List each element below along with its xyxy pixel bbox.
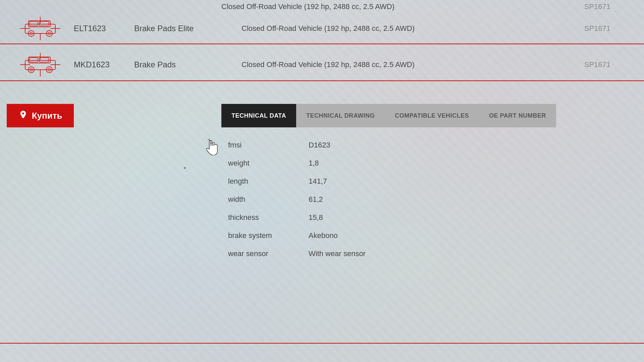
tech-row-weight: weight 1,8 [228, 159, 366, 168]
svg-rect-18 [30, 58, 38, 62]
tech-row-length: length 141,7 [228, 177, 366, 186]
label-length: length [228, 177, 282, 186]
car-icon-2 [20, 53, 60, 76]
label-brake-system: brake system [228, 231, 282, 240]
cursor-pointer [205, 139, 218, 155]
divider-bottom [0, 343, 644, 344]
tech-data-section: fmsi D1623 weight 1,8 length 141,7 width… [228, 141, 366, 267]
vehicle-desc-1: Closed Off-Road Vehicle (192 hp, 2488 cc… [241, 24, 584, 33]
label-fmsi: fmsi [228, 141, 282, 149]
pin-icon [18, 110, 28, 122]
part-name-2: Brake Pads [134, 60, 228, 69]
tabs-container: TECHNICAL DATA TECHNICAL DRAWING COMPATI… [221, 104, 556, 127]
label-width: width [228, 195, 282, 204]
tech-row-width: width 61,2 [228, 195, 366, 204]
car-icon-1 [20, 17, 60, 40]
buy-button[interactable]: Купить [7, 104, 74, 127]
tech-row-fmsi: fmsi D1623 [228, 141, 366, 149]
vehicle-desc-2: Closed Off-Road Vehicle (192 hp, 2488 cc… [241, 60, 584, 69]
svg-rect-6 [30, 21, 38, 26]
tech-row-brake-system: brake system Akebono [228, 231, 366, 240]
divider-mid [0, 80, 644, 81]
value-fmsi: D1623 [309, 141, 330, 149]
value-wear-sensor: With wear sensor [309, 249, 366, 258]
product-row-1: ELT1623 Brake Pads Elite Closed Off-Road… [0, 13, 644, 44]
value-weight: 1,8 [309, 159, 319, 168]
tab-technical-data-label: TECHNICAL DATA [231, 112, 286, 119]
part-name-1: Brake Pads Elite [134, 24, 228, 33]
label-thickness: thickness [228, 213, 282, 222]
svg-rect-19 [39, 58, 49, 62]
top-vehicle-desc: Closed Off-Road Vehicle (192 hp, 2488 cc… [221, 2, 584, 11]
divider-top [0, 44, 644, 44]
sp-number-2: SP1671 [584, 60, 610, 69]
value-brake-system: Akebono [309, 231, 338, 240]
tab-technical-drawing-label: TECHNICAL DRAWING [306, 112, 375, 119]
tab-technical-drawing[interactable]: TECHNICAL DRAWING [296, 104, 385, 127]
product-row-2: MKD1623 Brake Pads Closed Off-Road Vehic… [0, 50, 644, 80]
tab-technical-data[interactable]: TECHNICAL DATA [221, 104, 296, 127]
part-number-2: MKD1623 [74, 60, 127, 69]
part-number-1: ELT1623 [74, 24, 127, 33]
buy-label: Купить [32, 111, 62, 121]
svg-rect-7 [39, 21, 49, 26]
tab-oe-part-number[interactable]: OE PART NUMBER [479, 104, 556, 127]
tech-row-thickness: thickness 15,8 [228, 213, 366, 222]
tab-oe-part-number-label: OE PART NUMBER [489, 112, 546, 119]
tech-row-wear-sensor: wear sensor With wear sensor [228, 249, 366, 258]
label-weight: weight [228, 159, 282, 168]
value-thickness: 15,8 [309, 213, 323, 222]
tab-compatible-vehicles-label: COMPATIBLE VEHICLES [395, 112, 469, 119]
decorative-dot [184, 167, 186, 169]
tab-compatible-vehicles[interactable]: COMPATIBLE VEHICLES [385, 104, 479, 127]
sp-number-1: SP1671 [584, 24, 610, 33]
label-wear-sensor: wear sensor [228, 249, 282, 258]
value-width: 61,2 [309, 195, 323, 204]
value-length: 141,7 [309, 177, 327, 186]
top-sp-number: SP1671 [584, 2, 610, 11]
